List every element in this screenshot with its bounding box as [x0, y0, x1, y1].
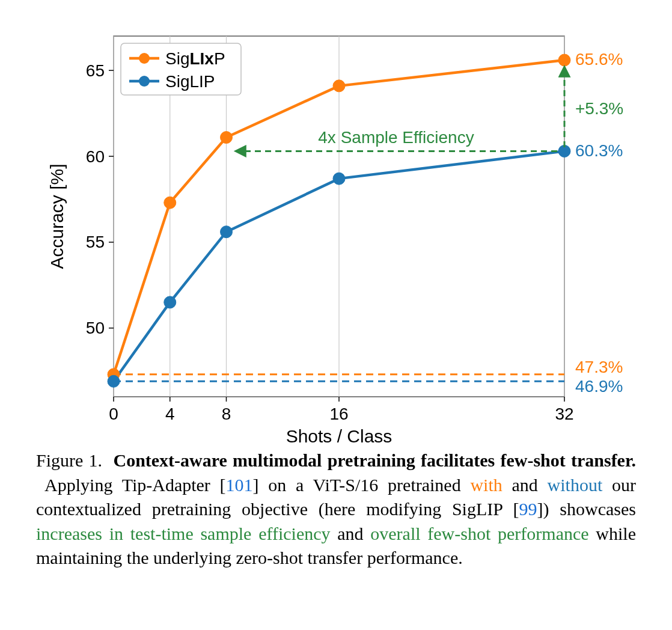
legend-item-0a: Sig: [165, 49, 189, 68]
figure-label: Figure 1.: [36, 450, 102, 470]
caption-with: with: [470, 475, 502, 495]
citation-101[interactable]: 101: [226, 475, 253, 495]
y-tick-1: 55: [86, 233, 105, 251]
svg-point-20: [164, 296, 176, 308]
baseline-blue-label: 46.9%: [575, 377, 623, 396]
caption-text-1: Applying Tip-Adapter [: [44, 475, 225, 495]
legend: SigLIxP SigLIP: [121, 43, 241, 95]
endpoint-blue: 60.3%: [575, 141, 623, 160]
svg-point-15: [164, 197, 176, 209]
gain-label: +5.3%: [575, 99, 623, 118]
x-tick-2: 8: [222, 405, 231, 423]
citation-99[interactable]: 99: [519, 499, 537, 519]
caption-green-1: increases in test-time sample efficiency: [36, 524, 331, 543]
y-tick-3: 65: [86, 61, 105, 80]
svg-point-21: [221, 226, 233, 238]
caption-text-2: ] on a ViT-S/16 pretrained: [253, 475, 471, 495]
svg-point-22: [333, 173, 345, 185]
x-tick-4: 32: [555, 405, 573, 423]
caption-text-4: ]) showcases: [537, 499, 636, 519]
svg-text:SigLIxP: SigLIxP: [165, 49, 225, 68]
svg-point-16: [221, 132, 233, 144]
x-tick-1: 4: [165, 405, 175, 423]
figure-caption: Figure 1. Context-aware multimodal pretr…: [36, 448, 636, 570]
svg-point-18: [558, 54, 570, 66]
x-axis-label: Shots / Class: [286, 426, 393, 445]
legend-item-0b: LIx: [189, 49, 214, 68]
legend-item-0c: P: [214, 49, 225, 68]
endpoint-orange: 65.6%: [575, 50, 623, 69]
baseline-orange-label: 47.3%: [575, 358, 623, 376]
svg-point-26: [139, 53, 150, 64]
caption-and2: and: [331, 524, 371, 543]
sample-eff-label: 4x Sample Efficiency: [318, 128, 474, 147]
svg-point-29: [139, 76, 150, 87]
x-tick-3: 16: [329, 405, 348, 423]
y-tick-0: 50: [86, 319, 105, 337]
chart-area: 0 4 8 16 32 Shots / Class 50 55 60 65 Ac…: [35, 12, 637, 445]
x-ticks: 0 4 8 16 32: [109, 397, 573, 423]
svg-point-17: [333, 80, 345, 92]
caption-green-2: overall few-shot performance: [370, 524, 588, 543]
chart-svg: 0 4 8 16 32 Shots / Class 50 55 60 65 Ac…: [35, 12, 637, 445]
caption-title: Context-aware multimodal pretraining fac…: [113, 450, 636, 470]
caption-and: and: [502, 475, 548, 495]
legend-item-1: SigLIP: [165, 72, 215, 91]
svg-point-19: [108, 375, 120, 387]
y-axis-label: Accuracy [%]: [47, 164, 67, 269]
y-tick-2: 60: [86, 147, 105, 166]
y-ticks: 50 55 60 65: [86, 61, 114, 337]
x-tick-0: 0: [109, 405, 118, 423]
caption-without: without: [548, 475, 603, 495]
